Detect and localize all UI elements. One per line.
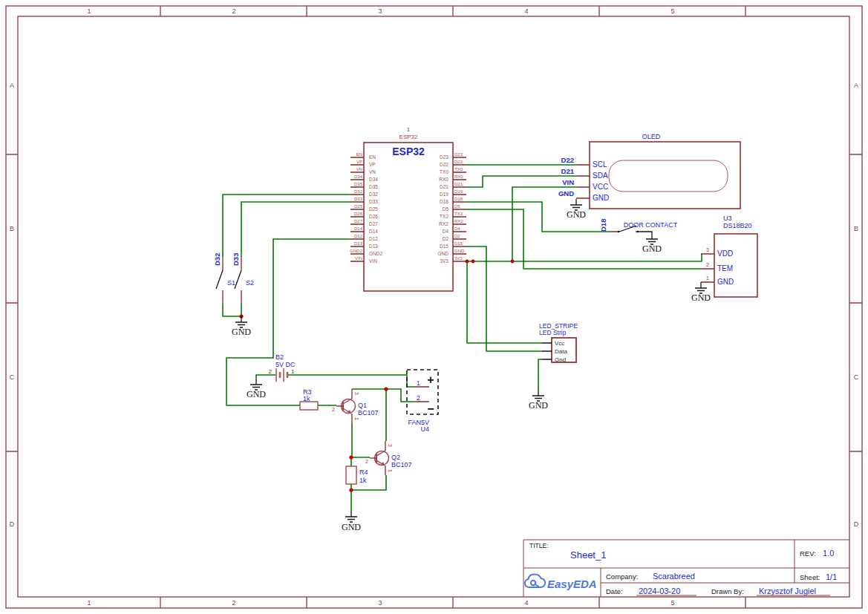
sheet-value[interactable]: 1/1: [826, 572, 837, 581]
frame-row-label: A: [854, 82, 858, 89]
svg-text:D5: D5: [454, 204, 460, 209]
date-label: Date:: [606, 587, 623, 595]
frame-row-label: D: [854, 520, 859, 528]
svg-text:D12: D12: [354, 234, 363, 238]
drawn-by-value[interactable]: Krzysztof Jugiel: [759, 587, 816, 595]
svg-text:TX0: TX0: [440, 169, 448, 174]
net-label-d22[interactable]: D22: [561, 156, 574, 164]
svg-text:D23: D23: [440, 154, 448, 160]
esp32-part-name: ESP32: [399, 134, 418, 140]
q2-pin-c: 3: [388, 444, 393, 447]
svg-text:GND: GND: [438, 251, 449, 256]
led-strip-pin-name: Vcc: [555, 340, 564, 347]
svg-text:RX2: RX2: [454, 219, 463, 223]
ds18b20-part: DS18B20: [723, 222, 752, 229]
svg-text:D22: D22: [440, 162, 448, 167]
ds18b20-pin-name: GND: [717, 278, 734, 286]
fan-ref: U4: [420, 425, 429, 433]
r4-value: 1k: [359, 477, 367, 484]
svg-text:D22: D22: [454, 160, 463, 164]
ds18b20-pin-name: VDD: [717, 249, 733, 258]
frame-col-label: 5: [670, 599, 674, 607]
ground-label: GND: [247, 389, 266, 399]
r3-body[interactable]: [300, 402, 318, 410]
junction-dot: [384, 387, 388, 391]
sheet-title[interactable]: Sheet_1: [570, 549, 606, 561]
frame-col-label: 1: [87, 599, 91, 607]
svg-text:D5: D5: [443, 206, 449, 212]
r4-body[interactable]: [346, 466, 356, 484]
ds18b20-pin-name: TEM: [717, 264, 733, 272]
svg-text:D23: D23: [454, 152, 463, 157]
q2-pin-b: 2: [365, 459, 368, 464]
title-label: TITLE:: [529, 542, 549, 549]
frame-row-label: A: [10, 82, 14, 89]
net-label-d32[interactable]: D32: [213, 253, 221, 266]
svg-text:D27: D27: [369, 221, 378, 226]
svg-text:D32: D32: [354, 189, 363, 194]
date-value[interactable]: 2024-03-20: [639, 587, 680, 595]
net-label-gnd[interactable]: GND: [558, 189, 574, 197]
net-label-d21[interactable]: D21: [561, 167, 575, 175]
oled-body[interactable]: [590, 142, 740, 209]
rev-value[interactable]: 1.0: [823, 549, 834, 558]
svg-text:GND2: GND2: [369, 251, 382, 256]
fan-pin-number-2: 2: [417, 394, 420, 402]
led-strip-part: LED Strip: [539, 329, 567, 336]
q2-pin-e: 1: [388, 469, 393, 472]
svg-text:D34: D34: [369, 177, 378, 182]
battery-ref: B2: [275, 353, 284, 361]
frame-row-label: B: [854, 225, 858, 232]
svg-text:D18: D18: [454, 197, 463, 201]
ground-label: GND: [642, 244, 662, 254]
q2-ref: Q2: [391, 454, 400, 461]
svg-text:D25: D25: [354, 204, 363, 209]
junction-dot: [471, 260, 475, 264]
sheet-label: Sheet:: [800, 573, 820, 581]
frame-col-label: 3: [378, 7, 382, 15]
svg-text:TX2: TX2: [454, 212, 463, 216]
svg-text:D18: D18: [440, 199, 448, 204]
drawn-by-label: Drawn By:: [711, 587, 744, 595]
frame-col-label: 4: [524, 599, 528, 607]
svg-text:TX2: TX2: [440, 214, 448, 219]
svg-text:D2: D2: [454, 234, 460, 238]
q1-pin-c: 3: [354, 392, 359, 395]
svg-text:D35: D35: [369, 184, 378, 189]
net-label-d18[interactable]: D18: [599, 219, 607, 232]
battery-pin-number: 2: [269, 368, 273, 375]
svg-text:RX0: RX0: [454, 174, 463, 179]
net-label-vin[interactable]: VIN: [562, 178, 574, 186]
svg-text:D19: D19: [454, 189, 463, 194]
company-value[interactable]: Scarabreed: [653, 572, 695, 581]
svg-text:D12: D12: [369, 236, 378, 241]
junction-dot: [349, 455, 353, 459]
svg-text:D13: D13: [369, 244, 378, 249]
oled-pin-name: SCL: [593, 160, 607, 169]
junction-dot: [466, 260, 469, 264]
svg-text:3V3: 3V3: [454, 256, 463, 261]
frame-col-label: 4: [524, 7, 528, 15]
frame-row-label: B: [10, 225, 14, 232]
fan-minus-sign: −: [427, 402, 434, 415]
ground-label: GND: [529, 400, 548, 411]
net-label-d33[interactable]: D33: [232, 253, 240, 266]
svg-text:GND2: GND2: [350, 249, 362, 253]
svg-text:D14: D14: [369, 229, 378, 234]
q1-part: BC107: [358, 409, 379, 417]
frame-col-label: 1: [87, 7, 91, 15]
svg-text:D4: D4: [454, 226, 460, 231]
schematic-canvas: 1 2 3 4 5 1 2 3 4 5 A B C D A B C D 1 ES…: [0, 0, 868, 614]
svg-text:D4: D4: [443, 229, 449, 234]
svg-text:D27: D27: [354, 219, 363, 223]
schematic-sheet: 1 2 3 4 5 1 2 3 4 5 A B C D A B C D 1 ES…: [0, 0, 868, 614]
q2-part: BC107: [391, 461, 412, 468]
component-esp32[interactable]: 1 ESP32 ESP32 ENVP VND34 D35D32 D33D25 D…: [350, 126, 466, 291]
svg-text:3V3: 3V3: [440, 258, 448, 264]
svg-text:D26: D26: [354, 212, 363, 216]
svg-text:VP: VP: [356, 160, 362, 164]
frame-row-label: D: [10, 520, 15, 528]
svg-text:D33: D33: [354, 197, 363, 201]
svg-text:D32: D32: [369, 192, 378, 197]
esp32-label: ESP32: [392, 146, 425, 157]
